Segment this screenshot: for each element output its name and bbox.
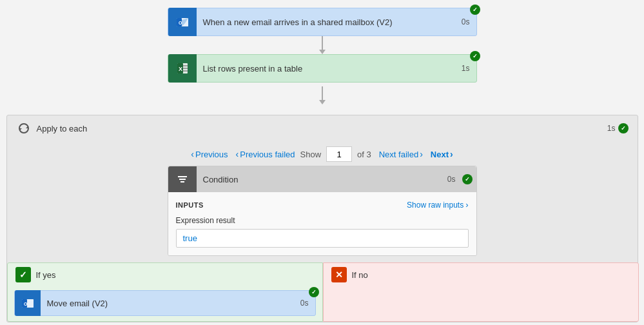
if-yes-block: ✓ If yes O Move email (V2) 0s — [7, 262, 323, 322]
next-failed-link[interactable]: Next failed — [379, 149, 423, 159]
svg-text:X: X — [179, 66, 182, 72]
if-no-icon: ✕ — [331, 267, 347, 282]
pagination-bar: Previous Previous failed Show of 3 Next … — [7, 141, 638, 166]
listrows-step: X List rows present in a table 1s — [168, 54, 477, 83]
inputs-label: INPUTS — [176, 201, 204, 209]
apply-each-header: Apply to each 1s — [7, 115, 638, 141]
move-email-duration: 0s — [294, 299, 315, 308]
condition-wrapper: Condition 0s INPUTS Show raw inputs › Ex… — [7, 166, 638, 262]
apply-each-label: Apply to each — [37, 124, 607, 133]
inputs-row: INPUTS Show raw inputs › — [176, 200, 469, 210]
condition-icon — [168, 166, 197, 192]
if-yes-label: If yes — [36, 270, 56, 280]
email-trigger-duration: 0s — [455, 17, 476, 26]
move-email-success — [309, 287, 319, 297]
expression-label: Expression result — [176, 216, 469, 225]
if-no-block: ✕ If no — [323, 262, 639, 322]
chevron-left-failed-icon — [236, 149, 239, 159]
move-email-block: O Move email (V2) 0s — [14, 290, 316, 316]
chevron-right-icon — [450, 149, 453, 159]
svg-rect-12 — [179, 179, 186, 180]
show-label: Show — [300, 150, 322, 159]
condition-block: Condition 0s INPUTS Show raw inputs › Ex… — [168, 166, 477, 256]
apply-each-container: Apply to each 1s Previous Previous faile… — [6, 115, 638, 322]
chevron-left-icon — [191, 149, 194, 159]
email-trigger-success — [470, 5, 480, 15]
total-label: of 3 — [357, 150, 371, 159]
move-email-icon: O — [15, 290, 41, 316]
if-yes-no-row: ✓ If yes O Move email (V2) 0s — [7, 262, 639, 322]
excel-icon: X — [168, 54, 197, 83]
apply-each-icon — [16, 121, 32, 136]
show-raw-inputs-link[interactable]: Show raw inputs › — [407, 200, 468, 210]
if-yes-icon: ✓ — [15, 267, 31, 282]
condition-title: Condition — [197, 175, 441, 184]
page-input[interactable] — [326, 146, 352, 162]
previous-link[interactable]: Previous — [191, 149, 228, 159]
move-email-label: Move email (V2) — [41, 299, 294, 308]
email-trigger-step: O When a new email arrives in a shared m… — [168, 8, 477, 36]
condition-duration: 0s — [441, 175, 462, 184]
connector-1 — [322, 36, 323, 50]
condition-success — [462, 174, 473, 184]
listrows-label: List rows present in a table — [197, 64, 455, 74]
svg-rect-13 — [181, 181, 184, 182]
outlook-icon: O — [168, 8, 197, 36]
expression-value: true — [176, 229, 469, 248]
apply-each-duration: 1s — [607, 124, 616, 133]
previous-failed-link[interactable]: Previous failed — [236, 149, 295, 159]
chevron-right-failed-icon — [420, 149, 423, 159]
svg-rect-11 — [178, 176, 187, 177]
listrows-success — [470, 51, 480, 61]
if-no-header: ✕ If no — [324, 263, 638, 286]
condition-body: INPUTS Show raw inputs › Expression resu… — [168, 192, 476, 255]
condition-header: Condition 0s — [168, 166, 476, 192]
next-link[interactable]: Next — [431, 149, 453, 159]
email-trigger-label: When a new email arrives in a shared mai… — [197, 17, 455, 27]
listrows-duration: 1s — [455, 64, 476, 73]
if-no-label: If no — [352, 270, 368, 280]
arrow-right-icon: › — [465, 200, 468, 210]
if-yes-header: ✓ If yes — [8, 263, 322, 286]
connector-2 — [322, 86, 323, 101]
apply-each-status — [618, 123, 629, 133]
